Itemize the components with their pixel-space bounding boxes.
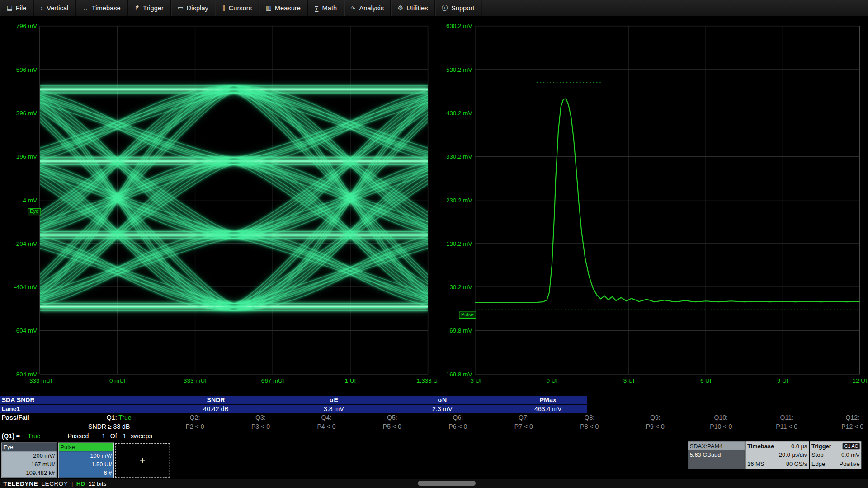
scrollbar-thumb[interactable] xyxy=(418,481,475,486)
criteria-cell-p11: P11 < 0 xyxy=(767,423,806,431)
sndr-value: 40.42 dB xyxy=(159,405,273,413)
svg-text:1.333 UI: 1.333 UI xyxy=(416,377,437,384)
menu-item-vertical[interactable]: ↕Vertical xyxy=(33,0,75,16)
vertical-icon: ↕ xyxy=(40,5,43,11)
menu-item-display[interactable]: ▭Display xyxy=(171,0,216,16)
menu-item-math[interactable]: ∑Math xyxy=(308,0,344,16)
menu-item-measure[interactable]: ▥Measure xyxy=(259,0,308,16)
table-group-label: SDA SNDR xyxy=(2,396,35,404)
menu-item-timebase[interactable]: ↔Timebase xyxy=(75,0,127,16)
utilities-icon: ⚙ xyxy=(398,5,403,12)
timebase-icon: ↔ xyxy=(82,5,88,11)
table-value-row: Lane1 40.42 dB 3.8 mV 2.3 mV 463.4 mV xyxy=(0,405,868,413)
trigger-mode: Stop xyxy=(811,450,823,460)
pulse-vertical-scale: 100 mV/ xyxy=(59,451,112,460)
timebase-panel[interactable]: Timebase 0.0 µs 20.0 µs/div 16 MS 80 GS/… xyxy=(745,441,809,469)
menu-item-label: Timebase xyxy=(92,4,121,12)
eye-sample-count: 109.482 k# xyxy=(2,469,55,477)
menu-item-label: Vertical xyxy=(47,4,68,12)
support-icon: ⓘ xyxy=(442,4,448,12)
criteria-cell-p7: P7 < 0 xyxy=(505,423,543,431)
svg-text:-69.8 mV: -69.8 mV xyxy=(448,327,472,334)
menu-item-label: Analysis xyxy=(359,4,384,12)
sigmae-value: 3.8 mV xyxy=(277,405,391,413)
pulse-horizontal-scale: 1.50 UI/ xyxy=(59,460,112,469)
timebase-offset: 0.0 µs xyxy=(791,441,807,450)
svg-text:9 UI: 9 UI xyxy=(777,377,788,384)
criteria-cell-p10: P10 < 0 xyxy=(702,423,741,431)
pulse-descriptor-title[interactable]: Pulse xyxy=(59,443,113,451)
file-icon: ▤ xyxy=(7,5,13,12)
menubar: ▤File↕Vertical↔Timebase↱Trigger▭Display∥… xyxy=(0,0,868,17)
svg-text:12 UI: 12 UI xyxy=(853,377,867,384)
summary-q-value: True xyxy=(28,432,40,440)
bit-depth-label: 12 bits xyxy=(89,480,107,487)
pulse-count: 6 # xyxy=(59,469,112,477)
add-trace-button[interactable]: + xyxy=(115,443,170,478)
menu-item-file[interactable]: ▤File xyxy=(0,0,33,16)
menu-item-label: Cursors xyxy=(229,4,252,12)
menu-item-support[interactable]: ⓘSupport xyxy=(435,0,481,16)
svg-text:0 mUI: 0 mUI xyxy=(109,377,126,384)
menu-item-label: Utilities xyxy=(406,4,428,12)
brand-separator: | xyxy=(71,480,73,487)
menu-item-cursors[interactable]: ∥Cursors xyxy=(216,0,259,16)
svg-text:6 UI: 6 UI xyxy=(700,377,712,384)
summary-of-label: Of xyxy=(110,432,117,440)
svg-text:330.2 mV: 330.2 mV xyxy=(446,153,472,160)
criteria-cell-p8: P8 < 0 xyxy=(570,423,609,431)
criteria-cell-p3: P3 < 0 xyxy=(241,423,280,431)
pulse-descriptor-box[interactable]: Pulse 100 mV/ 1.50 UI/ 6 # xyxy=(58,443,114,478)
svg-text:333 mUI: 333 mUI xyxy=(184,377,207,384)
svg-text:-204 mV: -204 mV xyxy=(14,240,37,247)
measure-icon: ▥ xyxy=(266,5,272,12)
eye-diagram-plot[interactable]: 796 mV596 mV396 mV196 mV-4 mV-204 mV-404… xyxy=(0,17,437,393)
col-header-sigmae: σE xyxy=(277,396,391,404)
plus-icon: + xyxy=(140,455,146,466)
eye-descriptor-body: 200 mV/ 167 mUI/ 109.482 k# xyxy=(2,451,57,478)
summary-total: 1 xyxy=(123,432,127,440)
eye-descriptor-box[interactable]: Eye 200 mV/ 167 mUI/ 109.482 k# xyxy=(1,443,57,478)
timebase-memory: 16 MS xyxy=(747,459,764,468)
menu-item-label: File xyxy=(16,4,27,12)
sdax-panel[interactable]: SDAX:PAM4 5.63 GBaud xyxy=(688,441,745,469)
eye-descriptor-title[interactable]: Eye xyxy=(2,443,57,451)
svg-text:130.2 mV: 130.2 mV xyxy=(446,240,472,247)
svg-text:596 mV: 596 mV xyxy=(16,66,37,73)
menu-item-label: Math xyxy=(322,4,337,12)
lane-label: Lane1 xyxy=(2,405,20,413)
trigger-panel[interactable]: Trigger C1 AC Stop 0.0 mV Edge Positive xyxy=(810,441,861,469)
menu-item-utilities[interactable]: ⚙Utilities xyxy=(391,0,435,16)
trigger-slope: Positive xyxy=(840,459,860,468)
col-header-sigman: σN xyxy=(385,396,499,404)
svg-text:230.2 mV: 230.2 mV xyxy=(446,197,472,204)
summary-row: (Q1) = True Passed 1 Of 1 sweeps xyxy=(0,432,868,440)
eye-trace xyxy=(1,86,437,310)
timebase-samplerate: 80 GS/s xyxy=(786,459,807,468)
svg-text:-333 mUI: -333 mUI xyxy=(27,377,52,384)
eye-trace-label[interactable]: Eye xyxy=(28,208,41,215)
hd-badge: HD xyxy=(76,480,85,487)
menu-item-trigger[interactable]: ↱Trigger xyxy=(128,0,171,16)
math-icon: ∑ xyxy=(315,5,319,11)
timebase-title: Timebase xyxy=(747,441,774,450)
trigger-icon: ↱ xyxy=(134,5,139,12)
pulse-trace-label[interactable]: Pulse xyxy=(459,311,476,319)
measure-table: SDA SNDR SNDR σE σN PMax Lane1 40.42 dB … xyxy=(0,396,868,442)
pass-cell-q2: Q2: xyxy=(175,414,214,422)
table-header-row: SDA SNDR SNDR σE σN PMax xyxy=(0,396,868,404)
pass-cell-q5: Q5: xyxy=(373,414,412,422)
criteria-cell-p6: P6 < 0 xyxy=(439,423,477,431)
timebase-scale: 20.0 µs/div xyxy=(745,450,809,460)
criteria-label: SNDR ≥ 38 dB xyxy=(62,423,156,431)
criteria-cell-p2: P2 < 0 xyxy=(175,423,214,431)
sdax-baud-rate: 5.63 GBaud xyxy=(688,450,745,460)
summary-sweeps-label: sweeps xyxy=(131,432,152,440)
pulse-response-plot[interactable]: 630.2 mV530.2 mV430.2 mV330.2 mV230.2 mV… xyxy=(437,17,868,393)
criteria-cell-p4: P4 < 0 xyxy=(307,423,346,431)
svg-text:630.2 mV: 630.2 mV xyxy=(446,23,472,29)
pass-cell-q11: Q11: xyxy=(767,414,806,422)
menu-item-analysis[interactable]: ∿Analysis xyxy=(344,0,391,16)
summary-q-label: (Q1) = xyxy=(2,432,20,440)
eye-vertical-scale: 200 mV/ xyxy=(2,451,55,460)
